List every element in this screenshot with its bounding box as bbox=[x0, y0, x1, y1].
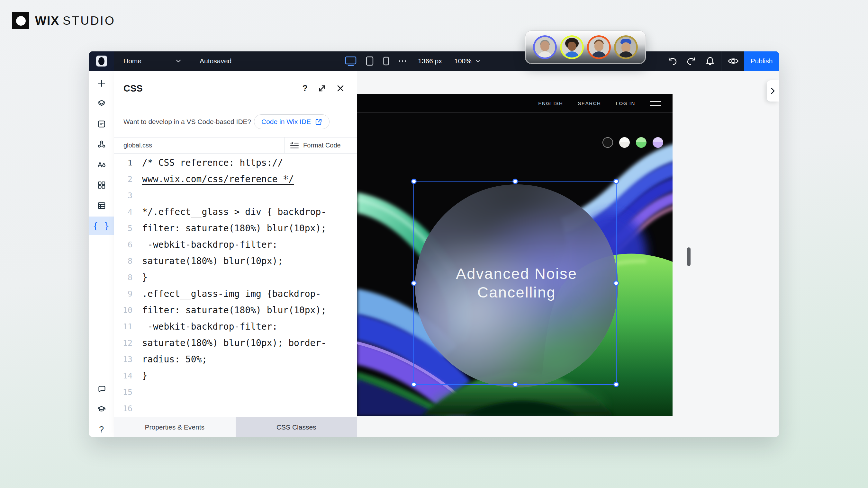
line-number: 4 bbox=[114, 204, 132, 220]
swatch-green[interactable] bbox=[636, 137, 647, 148]
ide-banner: Want to develop in a VS Code-based IDE? … bbox=[114, 106, 357, 137]
line-number: 13 bbox=[114, 351, 132, 367]
code-text: -webkit-backdrop-filter: bbox=[142, 236, 277, 253]
panel-title: CSS bbox=[123, 71, 143, 106]
line-number: 6 bbox=[114, 236, 132, 253]
layers-button[interactable] bbox=[89, 94, 114, 113]
css-panel: CSS ? Want to develop in a VS Code-based… bbox=[114, 71, 357, 437]
brand-studio: STUDIO bbox=[63, 14, 116, 28]
help-icon[interactable]: ? bbox=[303, 84, 308, 94]
collaborator-avatar-4[interactable] bbox=[614, 35, 638, 59]
studio-home-tile[interactable] bbox=[89, 52, 114, 71]
format-code-button[interactable]: Format Code bbox=[284, 137, 357, 153]
add-elements-button[interactable] bbox=[89, 74, 114, 93]
comment-bubble-icon bbox=[97, 385, 106, 393]
code-line: 3 bbox=[114, 187, 357, 204]
more-breakpoints-icon[interactable] bbox=[398, 60, 407, 62]
brand-wix: WIX bbox=[35, 14, 60, 28]
code-line: 2www.wix.com/css/reference */ bbox=[114, 171, 357, 187]
table-icon bbox=[97, 201, 106, 210]
apps-grid-icon bbox=[97, 181, 106, 189]
resize-handle-bottom-center[interactable] bbox=[513, 382, 518, 387]
code-line: 15 bbox=[114, 384, 357, 400]
mobile-breakpoint-icon[interactable] bbox=[382, 56, 390, 66]
code-link[interactable]: https:// bbox=[240, 157, 283, 168]
line-number: 12 bbox=[114, 335, 132, 351]
desktop-breakpoint-icon[interactable] bbox=[345, 56, 357, 66]
pages-button[interactable] bbox=[89, 115, 114, 133]
line-number: 8 bbox=[114, 253, 132, 269]
line-number: 11 bbox=[114, 318, 132, 335]
zoom-control[interactable]: 100% bbox=[454, 52, 480, 71]
undo-icon[interactable] bbox=[668, 57, 677, 66]
resize-handle-top-left[interactable] bbox=[411, 178, 416, 184]
preview-eye-icon[interactable] bbox=[727, 52, 739, 71]
code-file-bar: global.css Format Code bbox=[114, 137, 357, 154]
code-text: -webkit-backdrop-filter: bbox=[142, 318, 277, 335]
redo-icon[interactable] bbox=[686, 57, 696, 66]
collaborator-avatar-2[interactable] bbox=[560, 35, 584, 59]
avatar bbox=[589, 37, 609, 58]
wix-logo-icon bbox=[12, 12, 29, 29]
app-market-button[interactable] bbox=[89, 176, 114, 194]
resize-handle-middle-right[interactable] bbox=[613, 281, 619, 286]
selection-box[interactable] bbox=[413, 181, 617, 385]
editor-canvas[interactable]: ENGLISH SEARCH LOG IN bbox=[357, 71, 779, 437]
code-braces-icon: { } bbox=[93, 221, 110, 231]
tab-properties-events[interactable]: Properties & Events bbox=[114, 417, 236, 437]
css-panel-header: CSS ? bbox=[114, 71, 357, 106]
code-text: /* CSS reference: https:// bbox=[142, 155, 283, 171]
line-number: 10 bbox=[114, 302, 132, 318]
connections-button[interactable] bbox=[89, 135, 114, 154]
graduation-cap-icon bbox=[97, 405, 106, 414]
notifications-bell-icon[interactable] bbox=[705, 56, 715, 66]
code-line: 8} bbox=[114, 269, 357, 286]
code-text: } bbox=[142, 269, 148, 286]
hamburger-menu-icon[interactable] bbox=[650, 101, 661, 106]
code-editor[interactable]: 1/* CSS reference: https:// 2www.wix.com… bbox=[114, 154, 357, 417]
code-line: 16 bbox=[114, 400, 357, 417]
site-navbar: ENGLISH SEARCH LOG IN bbox=[357, 94, 673, 113]
site-preview[interactable]: ENGLISH SEARCH LOG IN bbox=[357, 94, 673, 416]
page-selector[interactable]: Home bbox=[114, 52, 191, 71]
nav-language[interactable]: ENGLISH bbox=[538, 101, 563, 106]
resize-handle-middle-left[interactable] bbox=[411, 281, 416, 286]
nav-search[interactable]: SEARCH bbox=[578, 101, 601, 106]
swatch-purple[interactable] bbox=[653, 137, 663, 148]
code-line: 11 -webkit-backdrop-filter: bbox=[114, 318, 357, 335]
canvas-scrollbar-thumb[interactable] bbox=[687, 248, 690, 266]
code-in-wix-ide-button[interactable]: Code in Wix IDE bbox=[254, 115, 330, 129]
tab-css-classes[interactable]: CSS Classes bbox=[236, 417, 358, 437]
collaborator-avatar-3[interactable] bbox=[587, 35, 611, 59]
resize-handle-top-right[interactable] bbox=[613, 178, 619, 184]
brand-text: WIX STUDIO bbox=[35, 14, 116, 28]
publish-button[interactable]: Publish bbox=[744, 52, 779, 71]
history-group bbox=[668, 52, 715, 71]
ide-prompt-text: Want to develop in a VS Code-based IDE? bbox=[123, 118, 251, 126]
zoom-level-value: 100% bbox=[454, 57, 472, 65]
code-line: 4*/.effect__glass > div { backdrop- bbox=[114, 204, 357, 220]
content-manager-button[interactable] bbox=[89, 196, 114, 215]
tablet-breakpoint-icon[interactable] bbox=[366, 56, 374, 66]
code-panel-button[interactable]: { } bbox=[89, 217, 114, 235]
editor-toolbar: { } ? bbox=[89, 71, 114, 437]
resize-handle-bottom-left[interactable] bbox=[411, 382, 416, 387]
swatch-black[interactable] bbox=[602, 137, 613, 148]
ide-button-label: Code in Wix IDE bbox=[261, 118, 311, 126]
close-icon[interactable] bbox=[337, 85, 344, 92]
open-panel-chevron[interactable] bbox=[767, 80, 779, 101]
code-text: */.effect__glass > div { backdrop- bbox=[142, 204, 326, 220]
expand-panel-icon[interactable] bbox=[318, 84, 326, 93]
publish-label: Publish bbox=[751, 57, 773, 65]
collaborator-avatar-1[interactable] bbox=[533, 35, 557, 59]
nav-login[interactable]: LOG IN bbox=[616, 101, 635, 106]
topbar-divider bbox=[721, 52, 721, 71]
help-button[interactable]: ? bbox=[89, 420, 114, 437]
comments-button[interactable] bbox=[89, 380, 114, 398]
resize-handle-bottom-right[interactable] bbox=[613, 382, 619, 387]
site-styles-button[interactable] bbox=[89, 156, 114, 174]
swatch-white[interactable] bbox=[619, 137, 630, 148]
resize-handle-top-center[interactable] bbox=[513, 178, 518, 184]
academy-button[interactable] bbox=[89, 400, 114, 419]
code-link[interactable]: www.wix.com/css/reference */ bbox=[142, 174, 294, 185]
